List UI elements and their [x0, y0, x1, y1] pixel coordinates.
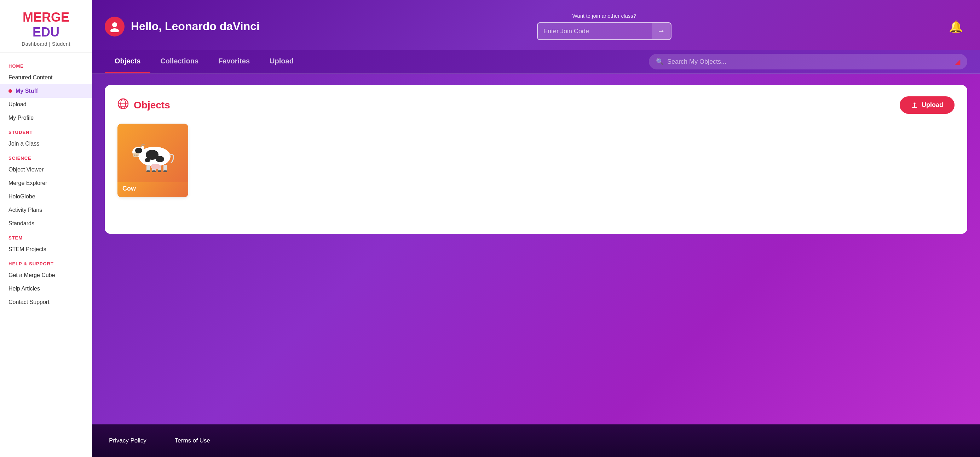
- svg-point-10: [156, 156, 164, 162]
- greeting-text: Hello, Leonardo daVinci: [131, 20, 260, 33]
- sidebar-item-stem-projects[interactable]: STEM Projects: [0, 243, 92, 256]
- svg-rect-26: [158, 170, 161, 172]
- join-label: Want to join another class?: [573, 13, 636, 19]
- nav-section-student: STUDENT: [0, 125, 92, 137]
- objects-title-wrap: Objects: [118, 98, 170, 112]
- content-area: Objects Upload: [92, 74, 980, 424]
- sidebar-item-my-stuff[interactable]: My Stuff: [0, 84, 92, 98]
- svg-rect-25: [152, 170, 156, 172]
- svg-point-1: [110, 28, 119, 32]
- cow-illustration: [128, 132, 178, 174]
- objects-section-icon: [118, 98, 129, 112]
- sidebar-item-standards[interactable]: Standards: [0, 217, 92, 230]
- join-code-submit-button[interactable]: →: [652, 23, 671, 39]
- svg-point-28: [151, 164, 161, 169]
- avatar: [105, 17, 124, 37]
- join-input-wrap: →: [537, 22, 671, 40]
- search-bar: 🔍 ◢: [649, 54, 967, 69]
- objects-section-title: Objects: [134, 99, 170, 111]
- objects-grid: Cow: [118, 124, 955, 197]
- sidebar-item-activity-plans[interactable]: Activity Plans: [0, 203, 92, 217]
- sidebar-item-object-viewer[interactable]: Object Viewer: [0, 163, 92, 176]
- sidebar-item-contact-support[interactable]: Contact Support: [0, 296, 92, 309]
- logo-subtitle: Dashboard | Student: [8, 41, 83, 47]
- cow-image: [118, 124, 188, 182]
- terms-of-use-link[interactable]: Terms of Use: [175, 437, 210, 444]
- logo-area: MERGE EDU Dashboard | Student: [0, 0, 92, 53]
- sidebar-item-join-a-class[interactable]: Join a Class: [0, 137, 92, 150]
- svg-point-14: [134, 155, 135, 156]
- tab-collections[interactable]: Collections: [150, 50, 208, 74]
- upload-button[interactable]: Upload: [900, 96, 955, 114]
- sidebar-nav: HOME Featured Content My Stuff Upload My…: [0, 53, 92, 457]
- privacy-policy-link[interactable]: Privacy Policy: [109, 437, 146, 444]
- join-code-input[interactable]: [538, 23, 652, 39]
- cow-label: Cow: [118, 182, 188, 197]
- sidebar-item-get-merge-cube[interactable]: Get a Merge Cube: [0, 268, 92, 282]
- svg-rect-27: [164, 170, 167, 172]
- main-content: Hello, Leonardo daVinci Want to join ano…: [92, 0, 980, 457]
- svg-point-0: [112, 22, 117, 27]
- sidebar: MERGE EDU Dashboard | Student HOME Featu…: [0, 0, 92, 457]
- nav-section-help: HELP & SUPPORT: [0, 256, 92, 268]
- search-icon: 🔍: [656, 58, 664, 66]
- sidebar-item-help-articles[interactable]: Help Articles: [0, 282, 92, 296]
- tab-favorites[interactable]: Favorites: [208, 50, 260, 74]
- join-class-area: Want to join another class? →: [537, 13, 671, 40]
- sidebar-item-upload[interactable]: Upload: [0, 98, 92, 111]
- filter-icon[interactable]: ◢: [955, 58, 960, 66]
- sidebar-item-hologlobe[interactable]: HoloGlobe: [0, 190, 92, 203]
- object-card-cow[interactable]: Cow: [118, 124, 188, 197]
- header-right: 🔔: [949, 20, 963, 33]
- page-footer: Privacy Policy Terms of Use: [92, 424, 980, 457]
- tab-objects[interactable]: Objects: [105, 50, 150, 74]
- tabs-bar: Objects Collections Favorites Upload 🔍 ◢: [92, 50, 980, 74]
- svg-rect-7: [912, 107, 917, 108]
- svg-point-15: [136, 155, 138, 156]
- search-input[interactable]: [667, 58, 951, 66]
- notification-bell-icon[interactable]: 🔔: [949, 20, 963, 33]
- upload-icon: [911, 102, 918, 109]
- nav-section-science: SCIENCE: [0, 150, 92, 163]
- svg-rect-24: [146, 170, 150, 172]
- header-left: Hello, Leonardo daVinci: [105, 17, 260, 37]
- nav-section-stem: STEM: [0, 230, 92, 243]
- sidebar-item-featured-content[interactable]: Featured Content: [0, 71, 92, 84]
- objects-header: Objects Upload: [118, 96, 955, 114]
- svg-point-11: [145, 158, 150, 162]
- sidebar-item-my-profile[interactable]: My Profile: [0, 111, 92, 125]
- sidebar-item-merge-explorer[interactable]: Merge Explorer: [0, 176, 92, 190]
- objects-card: Objects Upload: [105, 85, 967, 234]
- tab-upload[interactable]: Upload: [260, 50, 304, 74]
- tabs-list: Objects Collections Favorites Upload: [105, 50, 304, 74]
- page-header: Hello, Leonardo daVinci Want to join ano…: [92, 0, 980, 50]
- nav-section-home: HOME: [0, 58, 92, 71]
- svg-point-19: [135, 148, 142, 153]
